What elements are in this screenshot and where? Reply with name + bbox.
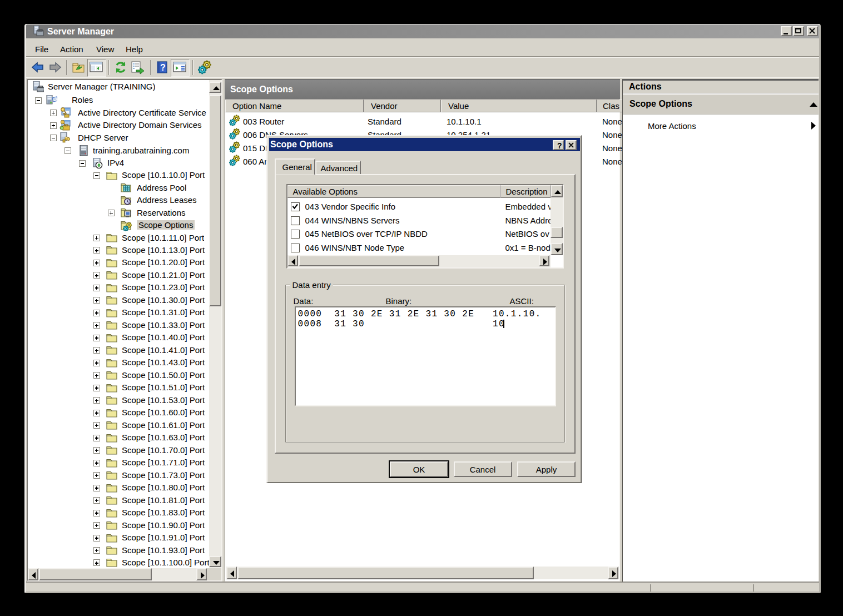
svg-text:?: ? — [160, 63, 166, 72]
